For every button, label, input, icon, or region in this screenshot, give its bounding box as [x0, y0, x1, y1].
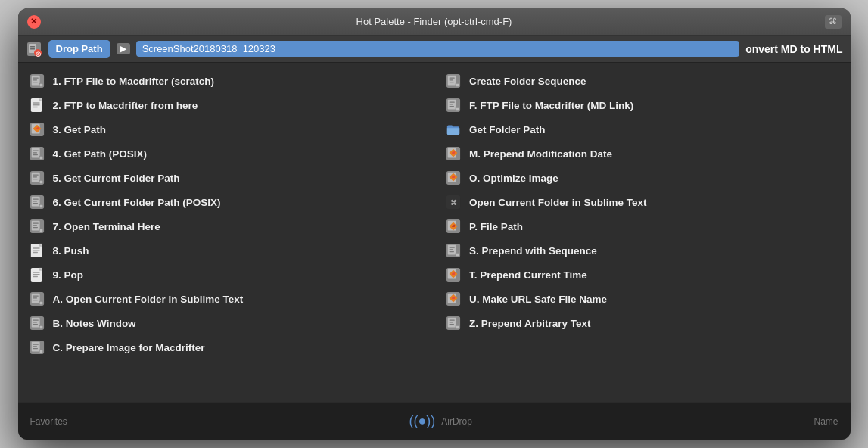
drop-path-file-icon: ◎: [26, 41, 42, 58]
svg-rect-59: [33, 274, 39, 275]
svg-text:◎: ◎: [35, 51, 40, 58]
svg-rect-34: [33, 179, 37, 179]
svg-rect-16: [33, 104, 39, 105]
left-item-7[interactable]: 7. Open Terminal Here: [18, 214, 434, 238]
item-label: F. FTP File to Macdrifter (MD Link): [469, 100, 633, 111]
svg-rect-136: [456, 326, 459, 329]
right-item-o[interactable]: O. Optimize Image: [434, 166, 851, 190]
name-label: Name: [814, 416, 838, 427]
svg-rect-2: [30, 46, 35, 48]
svg-line-112: [453, 225, 455, 226]
doc-icon: [29, 242, 45, 259]
drop-path-button[interactable]: Drop Path: [48, 40, 110, 58]
drop-path-label: Drop Path: [56, 43, 103, 54]
left-item-9[interactable]: 9. Pop: [18, 263, 434, 287]
svg-rect-67: [39, 302, 42, 305]
left-item-b[interactable]: B. Notes Window: [18, 311, 434, 335]
left-item-6[interactable]: 6. Get Current Folder Path (POSIX): [18, 190, 434, 214]
left-item-8[interactable]: 8. Push: [18, 238, 434, 263]
orange-diamond-icon: [445, 266, 462, 283]
svg-rect-53: [33, 247, 39, 248]
left-item-a[interactable]: A. Open Current Folder in Sublime Text: [18, 287, 434, 311]
svg-rect-8: [33, 77, 38, 78]
left-item-c[interactable]: C. Prepare Image for Macdrifter: [18, 335, 434, 359]
left-item-2[interactable]: 2. FTP to Macdrifter from here: [18, 93, 434, 117]
svg-rect-29: [39, 157, 42, 160]
orange-diamond-icon: [445, 145, 462, 162]
script-icon: [29, 194, 45, 210]
svg-rect-26: [33, 152, 36, 153]
search-bar: ◎ Drop Path ▶ ScreenShot20180318_120323 …: [18, 36, 851, 63]
right-item-p[interactable]: P. File Path: [434, 214, 851, 238]
airdrop-area: ((●)) AirDrop: [409, 413, 472, 429]
left-item-3[interactable]: 3. Get Path: [18, 117, 434, 142]
svg-rect-64: [33, 297, 36, 298]
item-label: S. Prepend with Sequence: [469, 245, 597, 257]
cmd-badge: ⌘: [825, 15, 842, 29]
svg-rect-132: [450, 319, 455, 320]
svg-rect-17: [33, 107, 37, 107]
item-label: 9. Pop: [53, 269, 84, 281]
drop-path-arrow: ▶: [117, 43, 130, 54]
svg-rect-92: [450, 104, 453, 104]
close-button[interactable]: ✕: [27, 15, 41, 29]
script-icon: [29, 145, 45, 162]
left-item-4[interactable]: 4. Get Path (POSIX): [18, 142, 434, 166]
svg-rect-48: [33, 227, 37, 228]
svg-line-22: [37, 127, 39, 129]
svg-rect-60: [33, 276, 37, 277]
search-input[interactable]: ScreenShot20180318_120323: [136, 41, 740, 57]
right-item-t[interactable]: T. Prepend Current Time: [434, 263, 851, 287]
right-item-s[interactable]: S. Prepend with Sequence: [434, 238, 851, 263]
svg-rect-72: [33, 324, 37, 325]
svg-rect-116: [450, 249, 453, 250]
left-item-1[interactable]: 1. FTP File to Macdrifter (scratch): [18, 69, 434, 93]
item-label: 2. FTP to Macdrifter from here: [53, 100, 198, 111]
main-window: ✕ Hot Palette - Finder (opt-ctrl-cmd-F) …: [18, 8, 851, 440]
right-item-z[interactable]: Z. Prepend Arbitrary Text: [434, 311, 851, 335]
item-label: 1. FTP File to Macdrifter (scratch): [53, 76, 215, 87]
orange-diamond-icon: [29, 121, 45, 138]
svg-rect-74: [39, 326, 42, 329]
svg-rect-91: [450, 101, 455, 102]
right-item-ftp[interactable]: F. FTP File to Macdrifter (MD Link): [434, 93, 851, 117]
svg-rect-9: [33, 79, 36, 80]
svg-rect-54: [33, 250, 39, 250]
svg-rect-55: [33, 252, 37, 253]
window-title: Hot Palette - Finder (opt-ctrl-cmd-F): [356, 16, 512, 27]
item-label: U. Make URL Safe File Name: [469, 294, 607, 305]
airdrop-label: AirDrop: [441, 416, 472, 427]
svg-rect-78: [33, 346, 36, 347]
right-item-open[interactable]: ⌘ Open Current Folder in Sublime Text: [434, 190, 851, 214]
svg-rect-58: [33, 272, 39, 272]
script-icon: [29, 315, 45, 331]
svg-rect-15: [33, 102, 39, 103]
favorites-label: Favorites: [30, 416, 67, 427]
item-label: 5. Get Current Folder Path: [53, 173, 180, 184]
svg-rect-119: [456, 254, 459, 257]
script-icon: [445, 73, 462, 89]
svg-rect-40: [33, 201, 36, 201]
script-icon: [29, 218, 45, 235]
left-item-5[interactable]: 5. Get Current Folder Path: [18, 166, 434, 190]
svg-rect-77: [33, 344, 38, 344]
right-item-get-folder[interactable]: Get Folder Path: [434, 117, 851, 142]
svg-rect-50: [39, 229, 42, 232]
right-item-u[interactable]: U. Make URL Safe File Name: [434, 287, 851, 311]
script-icon: [29, 73, 45, 89]
svg-line-129: [453, 297, 455, 298]
right-item-m[interactable]: M. Prepend Modification Date: [434, 142, 851, 166]
left-column: 1. FTP File to Macdrifter (scratch) 2. F…: [18, 63, 434, 402]
script-icon: [445, 242, 462, 259]
item-label: 7. Open Terminal Here: [53, 221, 160, 232]
titlebar: ✕ Hot Palette - Finder (opt-ctrl-cmd-F) …: [18, 8, 851, 36]
script-icon: [445, 315, 462, 331]
item-label: 3. Get Path: [53, 124, 107, 135]
svg-rect-133: [450, 322, 453, 322]
right-item-create[interactable]: Create Folder Sequence: [434, 69, 851, 93]
svg-rect-81: [39, 350, 42, 353]
svg-rect-43: [39, 205, 42, 208]
svg-rect-71: [33, 322, 36, 322]
svg-rect-88: [456, 84, 459, 87]
svg-rect-33: [33, 176, 36, 177]
